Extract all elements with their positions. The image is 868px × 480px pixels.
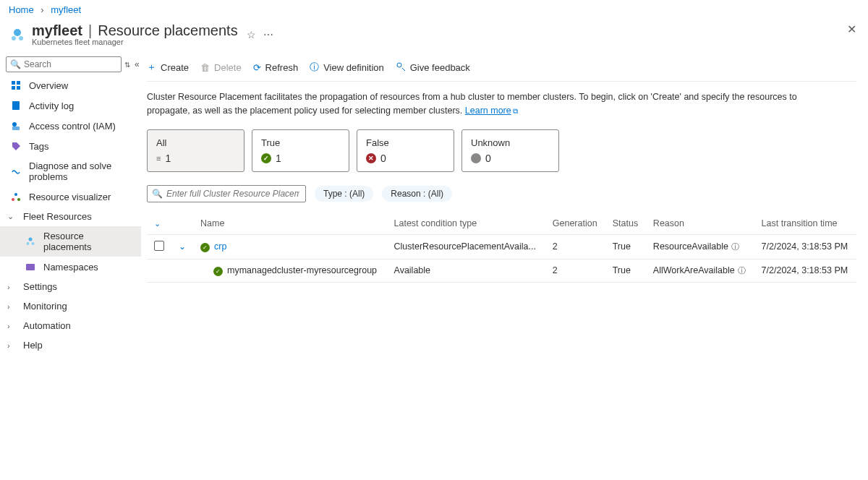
more-icon[interactable]: ⋯ bbox=[263, 29, 273, 40]
viewdef-label: View definition bbox=[323, 62, 384, 73]
nav-settings-label: Settings bbox=[23, 281, 57, 292]
refresh-button[interactable]: ⟳ Refresh bbox=[253, 62, 299, 73]
col-reason[interactable]: Reason bbox=[646, 213, 754, 235]
col-transition[interactable]: Last transition time bbox=[754, 213, 856, 235]
crp-link[interactable]: crp bbox=[214, 241, 226, 252]
cluster-name: mymanagedcluster-myresourcegroup bbox=[227, 265, 377, 275]
page-name: Resource placements bbox=[98, 22, 237, 39]
plus-icon: ＋ bbox=[147, 61, 156, 74]
nav-monitoring[interactable]: › Monitoring bbox=[0, 296, 141, 316]
sidebar-search-input[interactable] bbox=[6, 56, 122, 72]
placements-table: ⌄ Name Latest condition type Generation … bbox=[147, 213, 856, 283]
nav-monitoring-label: Monitoring bbox=[23, 301, 67, 312]
svg-point-2 bbox=[19, 36, 23, 40]
status-check-icon: ✓ bbox=[200, 243, 210, 252]
col-checkbox bbox=[171, 213, 193, 235]
filter-type-pill[interactable]: Type : (All) bbox=[315, 186, 373, 202]
chevron-right-icon: › bbox=[7, 341, 16, 350]
title-sep: | bbox=[88, 22, 92, 39]
collapse-icon[interactable]: « bbox=[135, 59, 140, 69]
nav-fleet[interactable]: ⌄ Fleet Resources bbox=[0, 207, 141, 226]
nav-settings[interactable]: › Settings bbox=[0, 277, 141, 296]
svg-rect-5 bbox=[12, 86, 15, 90]
nav-fleet-label: Fleet Resources bbox=[23, 211, 92, 222]
card-true-label: True bbox=[261, 137, 340, 148]
nav-overview[interactable]: Overview bbox=[0, 75, 141, 95]
col-status[interactable]: Status bbox=[605, 213, 646, 235]
card-true[interactable]: True ✓1 bbox=[252, 129, 349, 172]
svg-rect-9 bbox=[12, 127, 20, 130]
updown-icon[interactable]: ⇅ bbox=[124, 61, 130, 69]
chevron-down-icon: ⌄ bbox=[7, 212, 16, 221]
chevron-right-icon: › bbox=[7, 283, 16, 291]
row-checkbox[interactable] bbox=[154, 241, 164, 251]
svg-point-8 bbox=[12, 122, 17, 127]
cell-transition: 7/2/2024, 3:18:53 PM bbox=[754, 234, 856, 259]
nav-tags-label: Tags bbox=[29, 141, 48, 152]
breadcrumb-sep: › bbox=[41, 4, 43, 15]
table-row[interactable]: ⌄ ✓crp ClusterResourcePlacementAvaila...… bbox=[147, 234, 856, 259]
toolbar: ＋ Create 🗑 Delete ⟳ Refresh ⓘ View defin… bbox=[147, 53, 856, 81]
card-all[interactable]: All ≡1 bbox=[147, 129, 244, 172]
nav-automation-label: Automation bbox=[23, 320, 71, 331]
svg-point-17 bbox=[397, 63, 401, 67]
nav-visualizer[interactable]: Resource visualizer bbox=[0, 187, 141, 207]
table-row[interactable]: ✓mymanagedcluster-myresourcegroup Availa… bbox=[147, 259, 856, 282]
viewdef-button[interactable]: ⓘ View definition bbox=[310, 61, 384, 74]
col-sort[interactable]: ⌄ bbox=[147, 213, 171, 235]
cell-transition: 7/2/2024, 3:18:53 PM bbox=[754, 259, 856, 282]
breadcrumb: Home › myfleet bbox=[0, 0, 868, 20]
svg-point-1 bbox=[12, 36, 16, 40]
card-true-value: 1 bbox=[276, 153, 281, 164]
delete-label: Delete bbox=[214, 62, 242, 73]
nav-iam[interactable]: Access control (IAM) bbox=[0, 116, 141, 136]
card-unknown[interactable]: Unknown 0 bbox=[461, 129, 559, 172]
col-condition[interactable]: Latest condition type bbox=[387, 213, 545, 235]
svg-rect-6 bbox=[17, 86, 20, 90]
expand-chevron-icon[interactable]: ⌄ bbox=[179, 241, 186, 252]
info-icon[interactable]: ⓘ bbox=[731, 242, 739, 251]
reason-text: ResourceAvailable bbox=[653, 241, 728, 252]
nav-namespaces[interactable]: Namespaces bbox=[0, 257, 141, 277]
nav-diagnose[interactable]: Diagnose and solve problems bbox=[0, 156, 141, 187]
nav-placements[interactable]: Resource placements bbox=[0, 226, 141, 257]
delete-button[interactable]: 🗑 Delete bbox=[200, 62, 242, 73]
cell-reason: AllWorkAreAvailableⓘ bbox=[646, 259, 754, 282]
cell-condition: Available bbox=[387, 259, 545, 282]
filter-type-value: (All) bbox=[349, 189, 365, 199]
divider bbox=[147, 81, 856, 82]
external-link-icon: ⧉ bbox=[513, 107, 518, 115]
col-generation[interactable]: Generation bbox=[545, 213, 605, 235]
cell-generation: 2 bbox=[545, 259, 605, 282]
filter-reason-pill[interactable]: Reason : (All) bbox=[382, 186, 452, 202]
card-false[interactable]: False ✕0 bbox=[357, 129, 454, 172]
breadcrumb-home[interactable]: Home bbox=[9, 4, 34, 15]
col-name[interactable]: Name bbox=[193, 213, 387, 235]
nav-activity[interactable]: Activity log bbox=[0, 95, 141, 116]
svg-point-0 bbox=[14, 29, 21, 36]
nav-automation[interactable]: › Automation bbox=[0, 316, 141, 335]
feedback-label: Give feedback bbox=[410, 62, 470, 73]
nav-tags[interactable]: Tags bbox=[0, 136, 141, 156]
close-icon[interactable]: ✕ bbox=[847, 22, 856, 36]
nav-overview-label: Overview bbox=[29, 80, 68, 91]
favorite-star-icon[interactable]: ☆ bbox=[247, 29, 256, 40]
info-icon[interactable]: ⓘ bbox=[738, 266, 746, 275]
table-header-row: ⌄ Name Latest condition type Generation … bbox=[147, 213, 856, 235]
breadcrumb-resource[interactable]: myfleet bbox=[51, 4, 81, 15]
card-unknown-label: Unknown bbox=[471, 137, 550, 148]
sidebar: 🔍 ⇅ « Overview Activity log Access contr… bbox=[0, 53, 141, 358]
learn-more-link[interactable]: Learn more bbox=[465, 106, 511, 116]
create-button[interactable]: ＋ Create bbox=[147, 61, 189, 74]
filter-search-input[interactable] bbox=[147, 185, 306, 202]
feedback-button[interactable]: Give feedback bbox=[396, 61, 470, 74]
dot-icon bbox=[471, 153, 481, 163]
chevron-down-icon: ⌄ bbox=[154, 219, 161, 228]
placements-icon bbox=[25, 236, 36, 247]
nav-help[interactable]: › Help bbox=[0, 335, 141, 355]
nav-iam-label: Access control (IAM) bbox=[29, 121, 116, 132]
log-icon bbox=[10, 100, 22, 111]
svg-point-11 bbox=[14, 193, 17, 196]
filter-reason-label: Reason : bbox=[391, 189, 427, 199]
nav-placements-label: Resource placements bbox=[43, 231, 134, 252]
